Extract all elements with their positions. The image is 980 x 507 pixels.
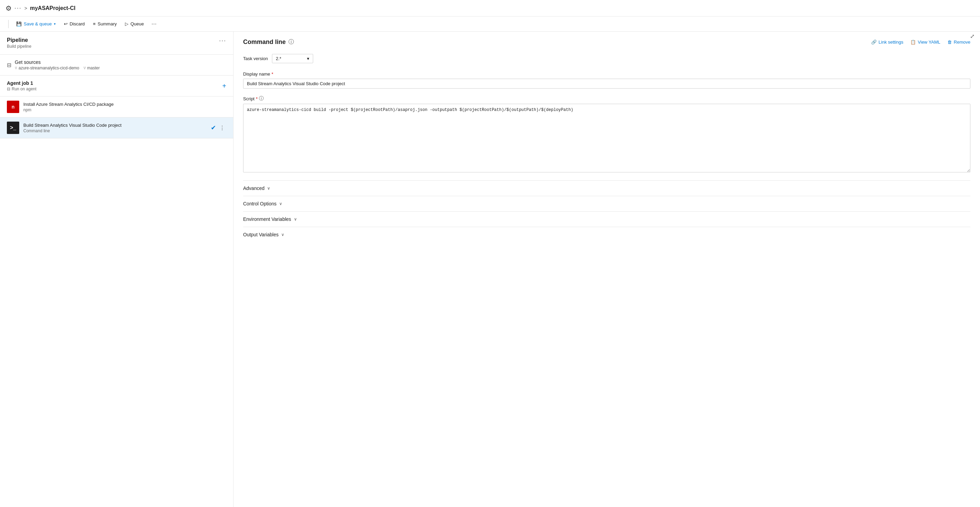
agent-icon: ⊟ — [7, 86, 10, 91]
terminal-task-icon: >_ — [7, 121, 19, 134]
pipeline-more-button[interactable]: ··· — [219, 37, 226, 44]
save-icon: 💾 — [16, 21, 22, 26]
script-textarea[interactable] — [243, 104, 970, 172]
branch-info: ⑂ master — [83, 65, 100, 70]
task-version-row: Task version 2.* ▾ — [243, 54, 970, 63]
display-name-label-text: Display name — [243, 72, 270, 77]
pipeline-header: Pipeline Build pipeline ··· — [0, 32, 233, 54]
link-settings-button[interactable]: 🔗 Link settings — [871, 40, 904, 45]
link-settings-label: Link settings — [879, 40, 904, 45]
control-options-collapse-header[interactable]: Control Options ∨ — [243, 201, 970, 206]
build-task-title: Build Stream Analytics Visual Studio Cod… — [23, 123, 207, 128]
agent-job-title: Agent job 1 — [7, 80, 37, 86]
agent-job-info: Agent job 1 ⊟ Run on agent — [7, 80, 37, 91]
yaml-icon: 📋 — [910, 40, 916, 45]
script-label: Script * ⓘ — [243, 96, 970, 102]
script-group: Script * ⓘ — [243, 96, 970, 174]
advanced-collapse-header[interactable]: Advanced ∨ — [243, 185, 970, 191]
task-check-icon: ✔ — [211, 124, 216, 132]
task-version-select[interactable]: 2.* ▾ — [272, 54, 313, 63]
get-sources-item[interactable]: ⊟ Get sources ⑂ azure-streamanalytics-ci… — [0, 54, 233, 76]
display-name-required: * — [272, 72, 273, 77]
queue-button[interactable]: ▷ Queue — [122, 20, 147, 28]
get-sources-meta: ⑂ azure-streamanalytics-cicd-demo ⑂ mast… — [15, 65, 100, 70]
view-yaml-label: View YAML — [918, 40, 940, 45]
advanced-section: Advanced ∨ — [243, 180, 970, 196]
build-task-actions: ✔ ⋮ — [211, 124, 226, 132]
discard-icon: ↩ — [64, 21, 68, 26]
output-variables-label: Output Variables — [243, 232, 278, 238]
top-bar: ⚙ ··· > myASAProject-CI — [0, 0, 980, 16]
script-required: * — [256, 96, 258, 101]
install-task-info: Install Azure Stream Analytics CI/CD pac… — [23, 102, 226, 112]
cmd-actions: 🔗 Link settings 📋 View YAML 🗑 Remove — [871, 40, 970, 45]
remove-icon: 🗑 — [947, 40, 952, 45]
build-task-subtitle: Command line — [23, 129, 207, 133]
branch-icon: ⑂ — [83, 65, 86, 70]
cmd-title: Command line — [243, 38, 286, 46]
expand-button[interactable]: ⤢ — [970, 33, 975, 40]
toolbar-divider-left — [8, 20, 9, 28]
install-task-subtitle: npm — [23, 107, 226, 112]
app-icon: ⚙ — [5, 4, 12, 12]
discard-button[interactable]: ↩ Discard — [60, 20, 88, 28]
branch-name: master — [87, 65, 100, 70]
task-version-chevron-icon: ▾ — [307, 56, 309, 61]
agent-job-meta: ⊟ Run on agent — [7, 86, 37, 91]
add-task-button[interactable]: + — [222, 82, 226, 90]
task-menu-button[interactable]: ⋮ — [218, 124, 226, 132]
save-queue-button[interactable]: 💾 Save & queue ▾ — [13, 20, 59, 28]
summary-button[interactable]: ≡ Summary — [90, 20, 120, 28]
agent-job-meta-label: Run on agent — [12, 86, 37, 91]
task-version-value: 2.* — [276, 56, 281, 61]
right-panel: Command line ⓘ 🔗 Link settings 📋 View YA… — [234, 32, 980, 507]
output-variables-chevron-icon: ∨ — [281, 232, 284, 237]
install-task-title: Install Azure Stream Analytics CI/CD pac… — [23, 102, 226, 107]
view-yaml-button[interactable]: 📋 View YAML — [910, 40, 940, 45]
filter-icon: ⊟ — [7, 62, 11, 69]
top-bar-more[interactable]: ··· — [14, 5, 22, 12]
cmd-info-icon[interactable]: ⓘ — [288, 38, 294, 46]
task-version-label: Task version — [243, 56, 268, 61]
main-layout: Pipeline Build pipeline ··· ⊟ Get source… — [0, 32, 980, 507]
cmd-title-group: Command line ⓘ — [243, 38, 294, 46]
environment-variables-collapse-header[interactable]: Environment Variables ∨ — [243, 217, 970, 222]
environment-variables-chevron-icon: ∨ — [294, 217, 297, 222]
breadcrumb-separator: > — [24, 5, 27, 11]
pipeline-info: Pipeline Build pipeline — [7, 37, 31, 49]
environment-variables-section: Environment Variables ∨ — [243, 211, 970, 227]
display-name-input[interactable] — [243, 79, 970, 89]
pipeline-title: Pipeline — [7, 37, 31, 43]
get-sources-info: Get sources ⑂ azure-streamanalytics-cicd… — [15, 59, 100, 70]
environment-variables-label: Environment Variables — [243, 217, 291, 222]
output-variables-section: Output Variables ∨ — [243, 227, 970, 242]
repo-icon: ⑂ — [15, 65, 17, 70]
install-task-item[interactable]: n Install Azure Stream Analytics CI/CD p… — [0, 97, 233, 118]
page-title: myASAProject-CI — [30, 5, 75, 11]
agent-job-header: Agent job 1 ⊟ Run on agent + — [0, 76, 233, 97]
script-info-icon[interactable]: ⓘ — [259, 96, 264, 102]
link-icon: 🔗 — [871, 40, 877, 45]
remove-label: Remove — [954, 40, 970, 45]
toolbar-more-button[interactable]: ··· — [149, 19, 159, 29]
control-options-chevron-icon: ∨ — [279, 201, 282, 206]
build-task-info: Build Stream Analytics Visual Studio Cod… — [23, 123, 207, 133]
control-options-section: Control Options ∨ — [243, 196, 970, 211]
left-panel: Pipeline Build pipeline ··· ⊟ Get source… — [0, 32, 234, 507]
command-line-header: Command line ⓘ 🔗 Link settings 📋 View YA… — [243, 38, 970, 46]
get-sources-title: Get sources — [15, 59, 100, 65]
save-queue-dropdown-arrow[interactable]: ▾ — [54, 22, 56, 26]
npm-task-icon: n — [7, 100, 19, 113]
queue-label: Queue — [130, 21, 144, 26]
queue-icon: ▷ — [125, 21, 129, 26]
build-task-item[interactable]: >_ Build Stream Analytics Visual Studio … — [0, 118, 233, 139]
pipeline-subtitle: Build pipeline — [7, 44, 31, 49]
summary-label: Summary — [97, 21, 117, 26]
control-options-label: Control Options — [243, 201, 277, 206]
script-label-text: Script — [243, 96, 255, 101]
advanced-label: Advanced — [243, 185, 264, 191]
terminal-icon-text: >_ — [10, 125, 16, 131]
output-variables-collapse-header[interactable]: Output Variables ∨ — [243, 232, 970, 238]
remove-button[interactable]: 🗑 Remove — [947, 40, 970, 45]
advanced-chevron-icon: ∨ — [267, 186, 270, 191]
